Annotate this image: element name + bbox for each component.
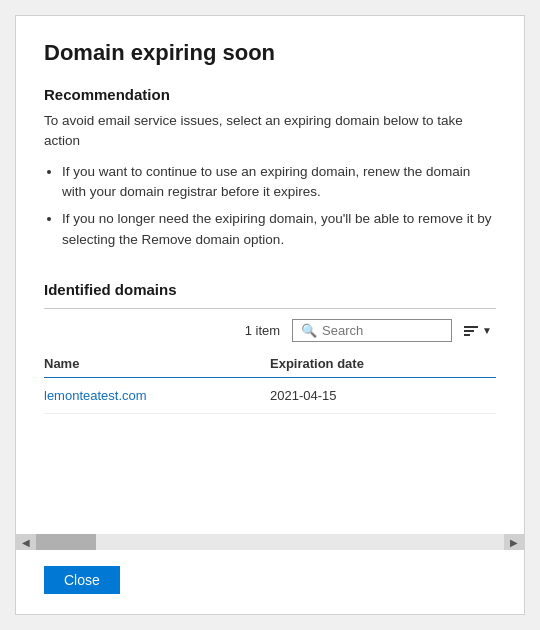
filter-icon <box>464 326 478 336</box>
domain-expiration-date: 2021-04-15 <box>270 388 496 403</box>
table-row: lemonteatest.com 2021-04-15 <box>44 378 496 414</box>
filter-button[interactable]: ▼ <box>460 323 496 338</box>
scroll-left-button[interactable]: ◀ <box>16 534 36 550</box>
identified-domains-title: Identified domains <box>44 281 496 298</box>
recommendation-intro: To avoid email service issues, select an… <box>44 111 496 152</box>
horizontal-scrollbar[interactable]: ◀ ▶ <box>16 534 524 550</box>
recommendation-title: Recommendation <box>44 86 496 103</box>
domain-name-link[interactable]: lemonteatest.com <box>44 388 270 403</box>
bullet-item-2: If you no longer need the exipiring doma… <box>62 209 496 251</box>
scroll-right-button[interactable]: ▶ <box>504 534 524 550</box>
recommendation-bullets: If you want to continue to use an expiri… <box>62 162 496 258</box>
search-box[interactable]: 🔍 <box>292 319 452 342</box>
dialog-title: Domain expiring soon <box>44 40 496 66</box>
search-icon: 🔍 <box>301 323 317 338</box>
item-count-label: 1 item <box>245 323 280 338</box>
column-header-name: Name <box>44 356 270 371</box>
close-button[interactable]: Close <box>44 566 120 594</box>
dialog: Domain expiring soon Recommendation To a… <box>15 15 525 615</box>
section-divider <box>44 308 496 309</box>
dialog-footer: Close <box>44 566 496 594</box>
scroll-thumb[interactable] <box>36 534 96 550</box>
column-header-expiration: Expiration date <box>270 356 496 371</box>
scroll-track[interactable] <box>36 534 504 550</box>
bullet-item-1: If you want to continue to use an expiri… <box>62 162 496 204</box>
table-header: Name Expiration date <box>44 350 496 378</box>
table-toolbar: 1 item 🔍 ▼ <box>44 319 496 342</box>
search-input[interactable] <box>322 323 443 338</box>
chevron-down-icon: ▼ <box>482 325 492 336</box>
